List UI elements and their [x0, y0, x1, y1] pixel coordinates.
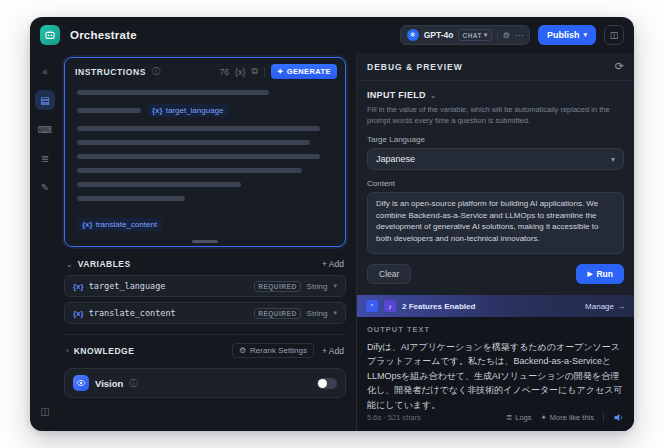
clear-button[interactable]: Clear	[367, 264, 411, 284]
output-actions: ≣ Logs ✦ More like this	[506, 412, 624, 423]
prompt-skeleton-row: {x}target_language	[77, 104, 333, 117]
scroll-indicator[interactable]	[192, 240, 218, 243]
nav-annotations[interactable]: ✎	[35, 177, 55, 197]
features-bar[interactable]: “ ♪ 2 Features Enabled Manage →	[357, 295, 634, 317]
info-icon: ⓘ	[152, 66, 160, 77]
prompt-skeleton-line	[77, 140, 310, 145]
model-settings-icon[interactable]: ⚙	[503, 31, 510, 40]
model-mode-badge[interactable]: CHAT ▾	[458, 29, 491, 41]
gear-icon: ⚙	[239, 346, 246, 355]
more-like-this-label: More like this	[550, 413, 594, 422]
variable-type[interactable]: String	[307, 282, 328, 291]
prompt-editor[interactable]: {x}target_language {x}translate_content	[65, 81, 345, 253]
language-field-label: Targe Language	[367, 135, 624, 144]
add-knowledge-button[interactable]: + Add	[322, 346, 344, 356]
generate-label: GENERATE	[287, 67, 331, 76]
chevron-down-icon: ▾	[333, 309, 337, 317]
variable-row[interactable]: {x} target_language REQUIRED String ▾	[64, 275, 346, 297]
refresh-icon[interactable]: ⟳	[615, 60, 624, 73]
variable-chip-label: target_language	[166, 106, 224, 115]
top-bar: Orchestrate ∗ GPT-4o CHAT ▾ ⚙ ⋯ Publish …	[30, 17, 634, 53]
vision-label: Vision	[95, 378, 123, 389]
instructions-tools: 76 {x} ⧉ ✦ GENERATE	[220, 64, 337, 79]
add-variable-button[interactable]: + Add	[322, 259, 344, 269]
instructions-title: INSTRUCTIONS	[75, 67, 146, 77]
instructions-card: INSTRUCTIONS ⓘ 76 {x} ⧉ ✦ GENERATE	[64, 57, 346, 247]
language-select[interactable]: Japanese ▾	[367, 148, 624, 170]
manage-features-link[interactable]: Manage →	[585, 302, 625, 311]
rerank-label: Rerank Settings	[250, 346, 307, 355]
debug-panel: DEBUG & PREVIEW ⟳ INPUT FIELD ⌄ Fill in …	[356, 53, 634, 431]
chevron-right-icon[interactable]: ›	[66, 346, 69, 355]
collapse-panel-button[interactable]: ◫	[35, 401, 55, 421]
chevron-collapse-icon[interactable]: ⌄	[66, 260, 73, 269]
nav-api[interactable]: ⌨	[35, 119, 55, 139]
chevron-down-icon: ▾	[333, 282, 337, 290]
required-badge: REQUIRED	[254, 281, 300, 292]
nav-orchestrate[interactable]: ▤	[35, 90, 55, 110]
variables-title: VARIABLES	[78, 259, 131, 269]
prompt-skeleton-line	[77, 168, 302, 173]
orchestrate-panel: INSTRUCTIONS ⓘ 76 {x} ⧉ ✦ GENERATE	[60, 53, 356, 431]
toggle-panel-button[interactable]: ◫	[604, 25, 624, 45]
audio-feature-icon: ♪	[384, 300, 396, 312]
main-area: « ▤ ⌨ ≣ ✎ ◫ INSTRUCTIONS ⓘ 76 {x}	[30, 53, 634, 431]
variable-type[interactable]: String	[307, 309, 328, 318]
output-title: OUTPUT TEXT	[367, 325, 624, 334]
publish-button[interactable]: Publish ▾	[538, 25, 596, 45]
variable-name: translate_content	[89, 308, 176, 318]
variable-chip[interactable]: {x}translate_content	[77, 218, 162, 231]
output-text: Difyは、AIアプリケーションを構築するためのオープンソースプラットフォームで…	[367, 340, 624, 412]
logs-button[interactable]: ≣ Logs	[506, 413, 532, 422]
prompt-skeleton-line	[77, 196, 185, 201]
knowledge-header: › KNOWLEDGE ⚙ Rerank Settings + Add	[66, 343, 344, 358]
variables-header: ⌄ VARIABLES + Add	[66, 259, 344, 269]
prompt-skeleton-row	[77, 154, 333, 159]
variable-row[interactable]: {x} translate_content REQUIRED String ▾	[64, 302, 346, 324]
orchestrate-icon: ▤	[40, 95, 49, 106]
model-more-icon[interactable]: ⋯	[515, 31, 523, 40]
content-textarea[interactable]: Dify is an open-source platform for buil…	[367, 192, 624, 254]
char-count: 76	[220, 67, 229, 77]
side-rail: « ▤ ⌨ ≣ ✎ ◫	[30, 53, 60, 431]
collapse-icon: «	[42, 66, 48, 77]
more-like-this-button[interactable]: ✦ More like this	[541, 413, 594, 422]
generate-button[interactable]: ✦ GENERATE	[271, 64, 337, 79]
variable-icon: {x}	[152, 106, 163, 115]
insert-variable-icon[interactable]: {x}	[235, 67, 246, 77]
input-field-title: INPUT FIELD	[367, 90, 426, 100]
model-selector[interactable]: ∗ GPT-4o CHAT ▾ ⚙ ⋯	[400, 25, 530, 45]
panel-icon: ◫	[610, 30, 619, 40]
debug-actions: Clear ▶ Run	[367, 264, 624, 284]
logs-icon: ≣	[41, 153, 49, 164]
sparkle-icon: ✦	[541, 413, 547, 422]
debug-title: DEBUG & PREVIEW	[367, 62, 463, 72]
divider	[264, 67, 265, 77]
info-icon: ⓘ	[129, 378, 137, 389]
variable-icon: {x}	[73, 309, 84, 318]
variables-tools: + Add	[322, 259, 344, 269]
run-button[interactable]: ▶ Run	[576, 264, 624, 284]
chevron-down-icon: ▾	[484, 31, 488, 39]
variable-chip[interactable]: {x}target_language	[147, 104, 229, 117]
output-footer: 5.6s · 521 chars ≣ Logs ✦ More like this	[367, 412, 624, 425]
collapse-sidebar-button[interactable]: «	[35, 61, 55, 81]
arrow-right-icon: →	[617, 302, 625, 311]
input-field-header[interactable]: INPUT FIELD ⌄	[367, 90, 624, 100]
variable-chip-label: translate_content	[96, 220, 157, 229]
manage-label: Manage	[585, 302, 614, 311]
input-field-section: INPUT FIELD ⌄ Fill in the value of the v…	[357, 81, 634, 295]
rerank-settings-button[interactable]: ⚙ Rerank Settings	[232, 343, 314, 358]
model-mode-label: CHAT	[462, 32, 482, 39]
api-icon: ⌨	[38, 124, 52, 135]
toggle-knob	[318, 379, 327, 388]
app-logo-icon[interactable]	[40, 25, 60, 45]
input-field-description: Fill in the value of the variable, which…	[367, 105, 624, 126]
copy-icon[interactable]: ⧉	[252, 66, 258, 77]
nav-logs[interactable]: ≣	[35, 148, 55, 168]
panel-icon: ◫	[40, 406, 49, 417]
variable-icon: {x}	[73, 282, 84, 291]
vision-toggle[interactable]	[317, 378, 337, 389]
speaker-icon[interactable]	[613, 412, 624, 423]
run-label: Run	[596, 269, 613, 279]
